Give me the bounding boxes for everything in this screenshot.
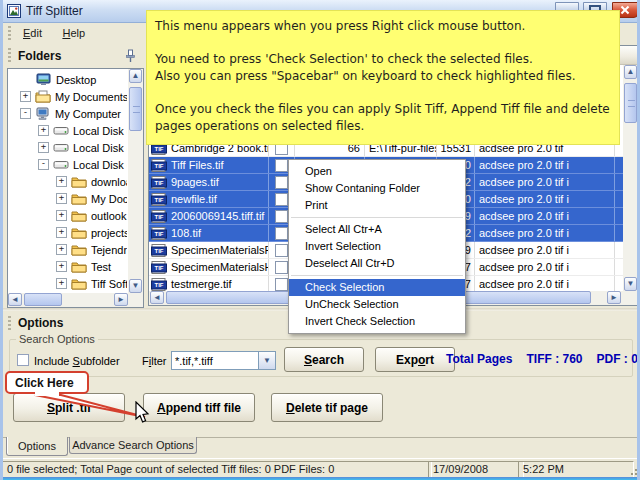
include-subfolder-label: Include Subfolder (34, 355, 120, 367)
file-checkbox[interactable] (275, 176, 288, 189)
tab-advance-search-options[interactable]: Advance Search Options (69, 437, 197, 454)
tree-item-label: Tejendra (91, 244, 127, 256)
folder-tree: Desktop+My Documents-My Computer+Local D… (7, 68, 144, 308)
tree-vscrollbar[interactable]: ▲ ▼ (128, 69, 143, 293)
tooltip-text: This menu appears when you press Right c… (155, 18, 611, 35)
list-scroll-left-icon[interactable]: ◄ (150, 291, 164, 304)
file-name-cell[interactable]: TIF20060069145.tiff.tif (149, 208, 269, 224)
menu-item-invert-check-selection[interactable]: Invert Check Selection (289, 313, 465, 330)
menu-item-uncheck-selection[interactable]: UnCheck Selection (289, 296, 465, 313)
menu-item-select-all-ctr-a[interactable]: Select All Ctr+A (289, 221, 465, 238)
tree-scroll-up-icon[interactable]: ▲ (129, 69, 142, 83)
expand-icon[interactable]: + (56, 278, 67, 289)
svg-text:TIF: TIF (155, 146, 164, 152)
file-name: 9pages.tif (171, 176, 219, 188)
tree-item[interactable]: +Local Disk (D (8, 139, 127, 156)
collapse-icon[interactable]: - (38, 159, 49, 170)
append-tiff-button[interactable]: Append tiff file (143, 393, 255, 422)
context-menu: OpenShow Contaning FolderPrintSelect All… (288, 159, 466, 334)
expand-icon[interactable]: + (38, 125, 49, 136)
menu-item-open[interactable]: Open (289, 163, 465, 180)
expand-icon[interactable]: + (56, 261, 67, 272)
expand-icon[interactable]: + (56, 176, 67, 187)
menu-separator (291, 217, 463, 218)
list-scroll-right-icon[interactable]: ► (607, 291, 621, 304)
expand-icon[interactable]: + (56, 193, 67, 204)
tree-hscroll-thumb[interactable] (24, 293, 62, 306)
menu-edit[interactable]: Edit (15, 24, 50, 42)
file-name-cell[interactable]: TIFSpecimenMaterialsH (149, 259, 269, 275)
tree-item[interactable]: -My Computer (8, 105, 127, 122)
menu-item-print[interactable]: Print (289, 197, 465, 214)
tree-item-label: Test (91, 261, 111, 273)
file-checkbox[interactable] (275, 244, 288, 257)
file-name-cell[interactable]: TIFSpecimenMaterialsFo (149, 242, 269, 258)
file-checkbox[interactable] (275, 159, 288, 172)
svg-text:TIF: TIF (155, 180, 164, 186)
filter-dropdown-icon[interactable]: ▼ (259, 351, 276, 370)
tree-item[interactable]: -Local Disk (E (8, 156, 127, 173)
menu-item-check-selection[interactable]: Check Selection (289, 279, 465, 296)
folder-icon (71, 277, 87, 290)
tree-item[interactable]: +outlook (8, 207, 127, 224)
expand-icon[interactable]: + (56, 210, 67, 221)
tree-item[interactable]: +Tejendra (8, 241, 127, 258)
tree-hscrollbar[interactable]: ◄ ► (8, 293, 128, 307)
file-name-cell[interactable]: TIF9pages.tif (149, 174, 269, 190)
menu-item-deselect-all-ctr-d[interactable]: Deselect All Ctr+D (289, 255, 465, 272)
filter-combobox[interactable]: *.tif,*.tiff (171, 351, 259, 370)
expand-icon[interactable]: + (56, 227, 67, 238)
file-name-cell[interactable]: TIFnewfile.tif (149, 191, 269, 207)
list-scroll-up-icon[interactable]: ▲ (624, 65, 637, 79)
resize-grip-icon[interactable] (628, 466, 638, 476)
tree-item[interactable]: +Test (8, 258, 127, 275)
menu-help[interactable]: Help (54, 24, 93, 42)
file-app-cell: acdsee pro 2.0 tif i (475, 276, 615, 291)
file-checkbox[interactable] (275, 210, 288, 223)
tif-file-icon: TIF (151, 244, 168, 257)
tab-options[interactable]: Options (6, 437, 68, 456)
collapse-icon[interactable]: - (20, 108, 31, 119)
search-button[interactable]: Search (284, 347, 364, 372)
pin-icon[interactable] (125, 49, 136, 63)
menu-item-show-contaning-folder[interactable]: Show Contaning Folder (289, 180, 465, 197)
tree-item[interactable]: +Local Disk (C (8, 122, 127, 139)
delete-tif-button[interactable]: Delete tif page (271, 393, 383, 422)
svg-text:TIF: TIF (155, 214, 164, 220)
tree-item[interactable]: Desktop (8, 71, 127, 88)
menu-item-invert-selection[interactable]: Invert Selection (289, 238, 465, 255)
list-vscrollbar[interactable]: ▲ ▼ (623, 65, 638, 291)
total-pages-pdf: PDF : 0 (596, 352, 637, 366)
svg-text:TIF: TIF (155, 163, 164, 169)
include-subfolder-checkbox[interactable] (17, 354, 29, 366)
file-checkbox[interactable] (275, 261, 288, 274)
tree-item[interactable]: +projects (8, 224, 127, 241)
file-checkbox[interactable] (275, 278, 288, 291)
search-options-label: Search Options (16, 333, 98, 345)
tree-item[interactable]: +My Docu (8, 190, 127, 207)
expand-icon[interactable]: + (20, 91, 31, 102)
folder-icon (71, 243, 87, 256)
file-name-cell[interactable]: TIFtestmerge.tif (149, 276, 269, 291)
tree-item-label: downloa (91, 176, 127, 188)
file-checkbox[interactable] (275, 227, 288, 240)
tree-scroll-left-icon[interactable]: ◄ (8, 293, 22, 306)
file-checkbox[interactable] (275, 193, 288, 206)
tree-item[interactable]: +My Documents (8, 88, 127, 105)
menubar-grip (8, 26, 11, 41)
tree-scroll-down-icon[interactable]: ▼ (129, 279, 142, 293)
expand-icon[interactable]: + (38, 142, 49, 153)
file-app-cell: acdsee pro 2.0 tif i (475, 259, 615, 275)
list-scroll-down-icon[interactable]: ▼ (624, 277, 637, 291)
file-name-cell[interactable]: TIF108.tif (149, 225, 269, 241)
tree-item[interactable]: +downloa (8, 173, 127, 190)
tree-vscroll-thumb[interactable] (129, 87, 142, 131)
tree-scroll-right-icon[interactable]: ► (114, 293, 128, 306)
file-name-cell[interactable]: TIFTiff Files.tif (149, 157, 269, 173)
export-button[interactable]: Export (375, 347, 455, 372)
list-vscroll-thumb[interactable] (624, 83, 637, 123)
expand-icon[interactable]: + (56, 244, 67, 255)
tif-file-icon: TIF (151, 176, 168, 189)
tree-item[interactable]: +Tiff Soft (8, 275, 127, 292)
tif-file-icon: TIF (151, 210, 168, 223)
